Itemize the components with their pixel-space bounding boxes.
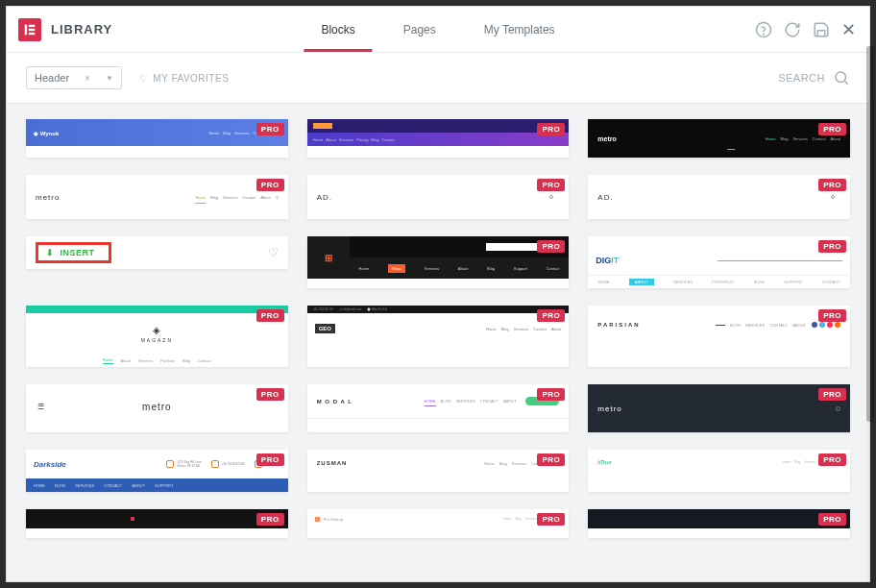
pro-badge: PRO [256,123,284,135]
filter-value: Header [35,72,69,84]
template-card[interactable]: PRO metro [588,384,850,432]
thumbnail [588,509,850,528]
save-icon[interactable] [813,21,830,38]
thumbnail: ◈ Wynok HomeBlogServicesContactAbout [26,119,288,146]
thumbnail: metro [588,384,850,432]
modal-title: LIBRARY [51,22,112,37]
close-icon[interactable]: ✕ [841,19,856,40]
pro-badge: PRO [256,453,284,466]
svg-rect-3 [29,32,35,34]
favorite-icon[interactable]: ♡ [268,246,279,259]
pro-badge: PRO [818,309,846,322]
template-card[interactable]: PRO PARISIAN BLOGSERVICESCONTACTABOUT [588,306,850,367]
thumbnail: ☰ metro [26,384,288,429]
template-card[interactable]: PRO ☰ metro [26,384,288,432]
heart-icon: ♡ [139,73,149,84]
pro-badge: PRO [256,513,284,526]
modal-header: LIBRARY Blocks Pages My Templates ✕ [7,7,869,53]
pro-badge: PRO [818,240,846,253]
insert-button[interactable]: ⬇ INSERT [36,242,111,263]
template-card[interactable]: PRO ◈MAGAZN HomeAboutServicesPortfolioBl… [26,306,288,367]
thumbnail: AD. [307,175,570,219]
svg-rect-1 [29,24,35,26]
pro-badge: PRO [537,240,565,253]
template-card[interactable]: PRO ftin DIGIT HOMEABOUTSERVICESPORTFOLI… [588,236,850,288]
svg-rect-0 [25,24,27,35]
pro-badge: PRO [818,453,846,466]
pro-badge: PRO [537,123,565,135]
thumbnail: AD. [588,175,850,219]
scrollbar[interactable] [866,46,874,582]
thumbnail: Darkside 1123 Dog Hill LaneWilson, KS 67… [26,450,288,492]
svg-rect-2 [29,28,35,30]
template-card[interactable]: PRO ⊞ HomeShowServicesAboutBlogSupportCo… [307,236,570,288]
thumbnail: HomeAboutServicesPricingBlogContact [307,119,570,146]
pro-badge: PRO [818,123,846,135]
header-tabs: Blocks Pages My Templates [311,7,564,52]
thumbnail: M O D A L HOMEBLOGSERVICESCONTACTABOUTCO… [307,384,570,419]
refresh-icon[interactable] [784,21,801,38]
tab-my-templates[interactable]: My Templates [474,7,565,52]
pro-badge: PRO [818,388,846,401]
library-modal: LIBRARY Blocks Pages My Templates ✕ Head… [6,6,870,582]
pro-badge: PRO [537,453,565,466]
template-card[interactable]: PRO metro HomeBlogServicesContactAbout [588,119,850,158]
thumbnail: iiTour HomeBlogServicesContactAbout [588,450,850,475]
svg-point-5 [764,34,765,35]
template-card[interactable]: PRO ◈ Wynok HomeBlogServicesContactAbout [26,119,288,158]
hamburger-icon: ☰ [37,403,44,411]
template-card[interactable]: PRO +01 234 567 89✉ info@mail.com⌚ Mon-F… [307,306,570,367]
pro-badge: PRO [818,513,846,526]
svg-point-6 [836,72,846,83]
search-box [729,69,850,86]
pro-badge: PRO [537,388,565,401]
clear-filter-icon[interactable]: × [85,73,90,84]
thumbnail: ZUSMAN HomeBlogServicesContactAbout [307,450,570,477]
pro-badge: PRO [256,309,284,322]
thumbnail: ⊞ HomeShowServicesAboutBlogSupportContac… [307,236,570,279]
thumbnail [26,509,288,528]
help-icon[interactable] [755,21,772,38]
my-favorites-toggle[interactable]: ♡ MY FAVORITES [139,73,229,84]
chevron-down-icon: ▼ [106,74,113,83]
pro-badge: PRO [818,179,846,191]
template-card[interactable]: PRO Darkside 1123 Dog Hill LaneWilson, K… [26,450,288,492]
template-card[interactable]: PRO [26,509,288,538]
pro-badge: PRO [537,179,565,191]
template-grid: PRO ◈ Wynok HomeBlogServicesContactAbout… [26,119,850,538]
template-card[interactable]: PRO M O D A L HOMEBLOGSERVICESCONTACTABO… [307,384,570,432]
thumbnail: +01 234 567 89✉ info@mail.com⌚ Mon-Fri 9… [307,306,570,344]
thumbnail: ftin DIGIT HOMEABOUTSERVICESPORTFOLIOBLO… [588,236,850,288]
toolbar: Header × ▼ ♡ MY FAVORITES [7,53,869,104]
pro-badge: PRO [537,309,565,322]
template-card[interactable]: PRO [588,509,850,538]
thumbnail: PARISIAN BLOGSERVICESCONTACTABOUT [588,306,850,344]
template-card[interactable]: PRO Pro Startup HomeBlogServicesContactA… [307,509,570,538]
svg-line-7 [845,82,848,85]
elementor-logo-icon [18,18,41,41]
pro-badge: PRO [256,388,284,401]
template-card[interactable]: PRO metro HomeBlogServicesContactAbout⚲ [26,175,288,219]
template-grid-wrapper: PRO ◈ Wynok HomeBlogServicesContactAbout… [7,104,869,581]
template-card[interactable]: PRO ZUSMAN HomeBlogServicesContactAbout [307,450,570,492]
template-card-hover[interactable]: ⬇ INSERT ♡ [26,236,288,269]
pro-badge: PRO [537,513,565,526]
template-card[interactable]: PRO AD. [588,175,850,219]
tab-pages[interactable]: Pages [394,7,446,52]
tab-blocks[interactable]: Blocks [311,7,364,52]
thumbnail: ◈MAGAZN HomeAboutServicesPortfolioBlogCo… [26,306,288,367]
category-filter[interactable]: Header × ▼ [26,66,122,89]
template-card[interactable]: PRO iiTour HomeBlogServicesContactAbout [588,450,850,492]
download-icon: ⬇ [46,248,55,257]
thumbnail: metro HomeBlogServicesContactAbout⚲ [26,175,288,219]
template-card[interactable]: PRO AD. [307,175,570,219]
pro-badge: PRO [256,179,284,191]
search-input[interactable] [729,72,825,84]
thumbnail: Pro Startup HomeBlogServicesContactAbout [307,509,570,528]
template-card[interactable]: PRO HomeAboutServicesPricingBlogContact [307,119,570,158]
search-icon[interactable] [833,69,850,86]
thumbnail: metro HomeBlogServicesContactAbout [588,119,850,158]
